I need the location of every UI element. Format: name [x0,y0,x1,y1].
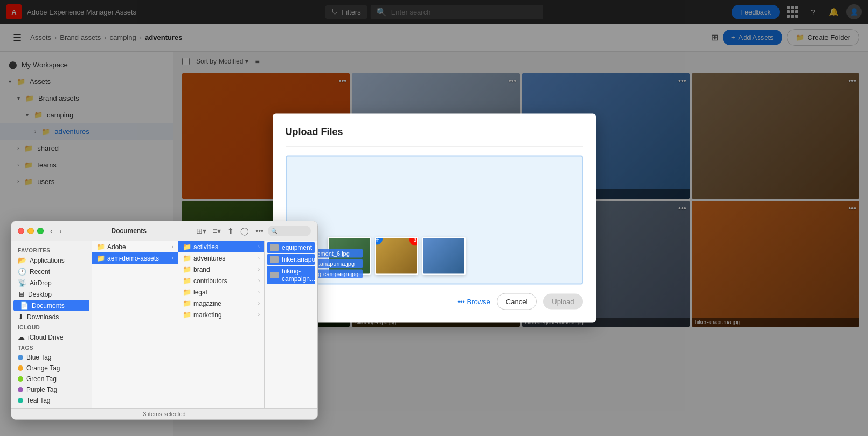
finder-search-bar[interactable]: 🔍 [268,226,311,236]
finder-search-icon: 🔍 [271,228,277,234]
folder-icon: 📁 [183,311,191,319]
finder-col2-contributors[interactable]: 📁 contributors › [178,275,264,286]
browse-button[interactable]: ••• Browse [457,298,490,306]
folder-icon: 📁 [183,277,191,285]
file-name: hiking-campaign... [282,268,315,283]
finder-tag-green[interactable]: Green Tag [11,374,92,384]
folder-icon: 📁 [183,243,191,251]
back-button[interactable]: ‹ [48,226,55,236]
file-name: hiker.anapurna.jpg [282,256,317,263]
folder-icon: 📁 [183,254,191,262]
finder-file-equipment[interactable]: equipment_6.jpg [267,242,315,253]
arrange-button[interactable]: ≡▾ [211,226,223,236]
chevron-right-icon: › [258,266,260,272]
finder-navigation: ‹ › [48,226,64,236]
applications-icon: 📂 [18,256,26,264]
modal-footer: ••• Browse Cancel Upload [286,293,583,310]
traffic-lights [18,228,44,234]
folder-icon: 📁 [183,288,191,296]
finder-content: Favorites 📂 Applications 🕐 Recent 📡 AirD… [11,241,317,408]
finder-item-downloads[interactable]: ⬇ Downloads [11,311,92,322]
file-icon [270,256,279,263]
finder-file-hiking[interactable]: hiking-campaign... [267,266,315,284]
chevron-right-icon: › [258,244,260,250]
tag-button[interactable]: ◯ [238,226,251,236]
file-name: equipment_6.jpg [282,244,317,251]
finder-col2-magazine[interactable]: 📁 magazine › [178,298,264,309]
chevron-right-icon: › [258,312,260,318]
window-close-button[interactable] [18,228,24,234]
finder-col2-activities[interactable]: 📁 activities › [178,241,264,252]
desktop-icon: 🖥 [18,290,25,298]
finder-item-recent[interactable]: 🕐 Recent [11,266,92,277]
finder-toolbar-right: ⊞▾ ≡▾ ⬆ ◯ ••• 🔍 [194,226,311,236]
folder-icon: 📁 [96,254,105,262]
orange-tag-dot [18,365,23,371]
airdrop-icon: 📡 [18,279,26,287]
finder-item-documents[interactable]: 📄 Documents [13,300,89,311]
finder-item-icloud[interactable]: ☁ iCloud Drive [11,332,92,343]
modal-title: Upload Files [286,126,583,138]
finder-statusbar: 3 items selected [11,408,317,419]
file-icon [270,272,279,278]
blue-tag-dot [18,355,23,360]
finder-status-text: 3 items selected [143,411,185,417]
finder-column-3: equipment_6.jpg hiker.anapurna.jpg hikin… [265,241,317,408]
finder-icloud-section: iCloud [11,322,92,332]
purple-tag-dot [18,387,23,392]
documents-icon: 📄 [20,301,29,310]
finder-item-desktop[interactable]: 🖥 Desktop [11,289,92,300]
modal-divider [286,146,583,147]
finder-col1-adobe[interactable]: 📁 Adobe › [92,241,178,252]
finder-item-applications[interactable]: 📂 Applications [11,255,92,266]
file-icon [270,244,279,251]
finder-col2-marketing[interactable]: 📁 marketing › [178,309,264,320]
finder-title: Documents [68,227,190,235]
chevron-right-icon: › [172,244,173,250]
finder-favorites-section: Favorites [11,245,92,255]
finder-column-2: 📁 activities › 📁 adventures › 📁 brand › [178,241,265,408]
downloads-icon: ⬇ [18,313,24,321]
window-maximize-button[interactable] [37,228,44,234]
finder-tag-teal[interactable]: Teal Tag [11,395,92,406]
finder-tags-section: Tags [11,343,92,352]
finder-column-1: 📁 Adobe › 📁 aem-demo-assets › [92,241,178,408]
chevron-right-icon: › [258,289,260,295]
forward-button[interactable]: › [57,226,64,236]
folder-icon: 📁 [183,299,191,307]
chevron-right-icon: › [258,278,260,284]
file-thumb-hiker: + 3 [375,237,418,275]
finder-tag-blue[interactable]: Blue Tag [11,352,92,363]
cancel-button[interactable]: Cancel [497,293,537,310]
chevron-right-icon: › [258,255,260,261]
folder-icon: 📁 [96,243,105,251]
finder-titlebar: ‹ › Documents ⊞▾ ≡▾ ⬆ ◯ ••• 🔍 [11,221,317,241]
file-thumb-hiking [422,237,466,275]
icloud-icon: ☁ [18,333,25,341]
more-options-button[interactable]: ••• [253,226,266,236]
upload-button[interactable]: Upload [543,294,582,310]
drop-zone[interactable]: + 3 equipment_6.jpg hiker.anapurna.jpg h… [286,156,583,285]
finder-col2-adventures[interactable]: 📁 adventures › [178,252,264,264]
upload-modal: Upload Files + 3 equipment_6.jpg [273,114,596,323]
green-tag-dot [18,376,23,382]
finder-file-hiker[interactable]: hiker.anapurna.jpg [267,254,315,265]
chevron-right-icon: › [172,255,173,261]
finder-col1-aem-demo[interactable]: 📁 aem-demo-assets › [92,252,178,264]
share-button[interactable]: ⬆ [225,226,236,236]
folder-icon: 📁 [183,265,191,273]
view-options-button[interactable]: ⊞▾ [194,226,209,236]
finder-window: ‹ › Documents ⊞▾ ≡▾ ⬆ ◯ ••• 🔍 Favorites … [11,221,318,420]
finder-col2-legal[interactable]: 📁 legal › [178,286,264,298]
chevron-right-icon: › [258,300,260,306]
finder-tag-orange[interactable]: Orange Tag [11,363,92,374]
window-minimize-button[interactable] [27,228,34,234]
recent-icon: 🕐 [18,268,26,276]
finder-col2-brand[interactable]: 📁 brand › [178,264,264,275]
finder-sidebar: Favorites 📂 Applications 🕐 Recent 📡 AirD… [11,241,92,408]
finder-item-airdrop[interactable]: 📡 AirDrop [11,277,92,289]
teal-tag-dot [18,398,23,403]
finder-tag-purple[interactable]: Purple Tag [11,384,92,395]
